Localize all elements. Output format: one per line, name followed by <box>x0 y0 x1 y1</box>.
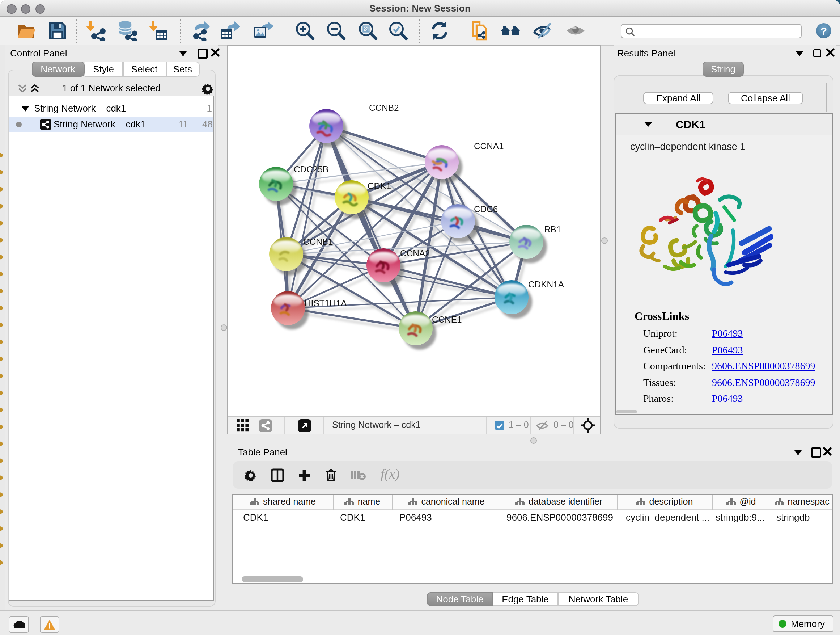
svg-text:RB1: RB1 <box>544 225 561 234</box>
svg-text:HIST1H1A: HIST1H1A <box>305 298 347 308</box>
svg-text:CDC25B: CDC25B <box>294 165 328 174</box>
svg-text:CDKN1A: CDKN1A <box>528 279 564 289</box>
svg-text:CCNE1: CCNE1 <box>432 315 462 325</box>
svg-text:CCNB2: CCNB2 <box>369 103 399 112</box>
svg-text:CDC6: CDC6 <box>474 204 498 214</box>
svg-text:CCNA1: CCNA1 <box>474 141 504 151</box>
svg-text:CDK1: CDK1 <box>368 181 391 191</box>
svg-text:CCNB1: CCNB1 <box>303 237 333 247</box>
svg-text:CCNA2: CCNA2 <box>400 249 430 258</box>
